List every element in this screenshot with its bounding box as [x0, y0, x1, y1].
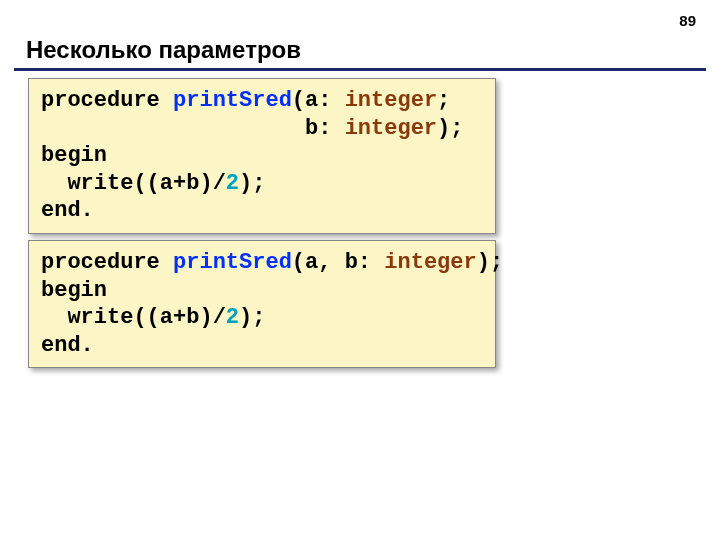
code-text: );	[239, 171, 265, 196]
code-block-1: procedure printSred(a: integer; b: integ…	[28, 78, 496, 234]
literal-number: 2	[226, 171, 239, 196]
proc-name: printSred	[173, 250, 292, 275]
type-integer: integer	[384, 250, 476, 275]
code-text: b:	[41, 116, 345, 141]
keyword-begin: begin	[41, 278, 107, 303]
type-integer: integer	[345, 88, 437, 113]
keyword-end: end.	[41, 198, 94, 223]
slide-title: Несколько параметров	[26, 36, 301, 64]
keyword-end: end.	[41, 333, 94, 358]
code-text: (a, b:	[292, 250, 384, 275]
title-underline	[14, 68, 706, 71]
code-text: (a:	[292, 88, 345, 113]
code-text: );	[437, 116, 463, 141]
code-text: ;	[437, 88, 450, 113]
keyword-procedure: procedure	[41, 88, 173, 113]
type-integer: integer	[345, 116, 437, 141]
code-text: write((a+b)/	[41, 171, 226, 196]
page-number: 89	[679, 12, 696, 29]
code-text: );	[477, 250, 503, 275]
code-text: write((a+b)/	[41, 305, 226, 330]
code-text: );	[239, 305, 265, 330]
keyword-procedure: procedure	[41, 250, 173, 275]
code-block-2: procedure printSred(a, b: integer); begi…	[28, 240, 496, 368]
literal-number: 2	[226, 305, 239, 330]
proc-name: printSred	[173, 88, 292, 113]
keyword-begin: begin	[41, 143, 107, 168]
